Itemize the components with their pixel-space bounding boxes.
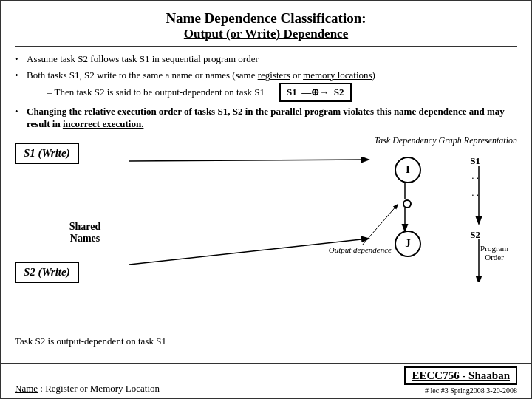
graph-svg [133,149,517,282]
bullet-item-1: • Assume task S2 follows task S1 in sequ… [15,52,517,66]
bullet-text-2: Both tasks S1, S2 write to the same a na… [27,69,375,102]
task-s2-box: S2 (Write) [15,262,79,283]
output-dep-note: Task S2 is output-dependent on task S1 [15,335,166,347]
graph-container: I J S1 . .. . S2 Outp [133,149,517,282]
node-I: I [395,157,421,183]
diagram-area: S1 (Write) SharedNames S2 (Write) [15,135,517,290]
shared-names-label: SharedNames [37,221,133,245]
bullet-list: • Assume task S2 follows task S1 in sequ… [15,52,517,131]
left-tasks: S1 (Write) SharedNames S2 (Write) [15,135,133,290]
s2-column: S2 [470,229,480,241]
slide: Name Dependence Classification: Output (… [0,0,532,399]
bottom-right: EECC756 - Shaaban # lec #3 Spring2008 3-… [404,366,517,395]
title-main: Name Dependence Classification: [15,10,517,27]
sub-bullet: – Then task S2 is said to be output-depe… [47,83,375,102]
name-prefix: Name [15,383,38,394]
output-dependence-label: Output dependence [329,245,392,254]
s1-s2-diagram: S1 —⊕→ S2 [279,83,351,102]
name-text: : Register or Memory Location [40,383,160,394]
node-J-label: J [405,237,411,250]
task-s1-box: S1 (Write) [15,143,79,164]
prog-order-text: ProgramOrder [480,244,508,262]
node-I-label: I [406,163,410,176]
graph-title: Task Dependency Graph Representation [133,135,517,146]
output-dep-note-text: Task S2 is output-dependent on task S1 [15,335,166,347]
bullet-dot-3: • [15,106,27,117]
out-dep-text: Output dependence [329,245,392,254]
bullet-text-3: Changing the relative execution order of… [27,105,517,131]
task-s1-label: S1 (Write) [24,147,70,159]
bottom-bar: Name : Register or Memory Location EECC7… [1,363,531,398]
bullet-dot-2: • [15,69,27,81]
title-block: Name Dependence Classification: Output (… [15,10,517,47]
right-graph: Task Dependency Graph Representation I J… [133,135,517,290]
bullet-item-2: • Both tasks S1, S2 write to the same a … [15,69,517,102]
title-sub: Output (or Write) Dependence [15,27,517,41]
s2-label: S2 [470,229,480,241]
bottom-left: Name : Register or Memory Location [15,383,160,395]
s1-column: S1 . .. . [470,155,480,202]
bullet-text-1: Assume task S2 follows task S1 in sequen… [27,52,259,66]
s1-label: S1 [470,155,480,167]
s1-dots: . .. . [471,167,479,202]
bullet-item-3: • Changing the relative execution order … [15,105,517,131]
node-small [403,200,412,208]
node-J: J [395,231,421,257]
sub-bullet-text: – Then task S2 is said to be output-depe… [47,86,265,99]
bottom-meta: # lec #3 Spring2008 3-20-2008 [425,386,517,395]
svg-line-6 [362,205,398,245]
program-order-label: ProgramOrder [480,244,508,262]
task-s2-label: S2 (Write) [24,266,70,278]
bullet-dot-1: • [15,53,27,65]
eecc-box: EECC756 - Shaaban [404,366,517,385]
